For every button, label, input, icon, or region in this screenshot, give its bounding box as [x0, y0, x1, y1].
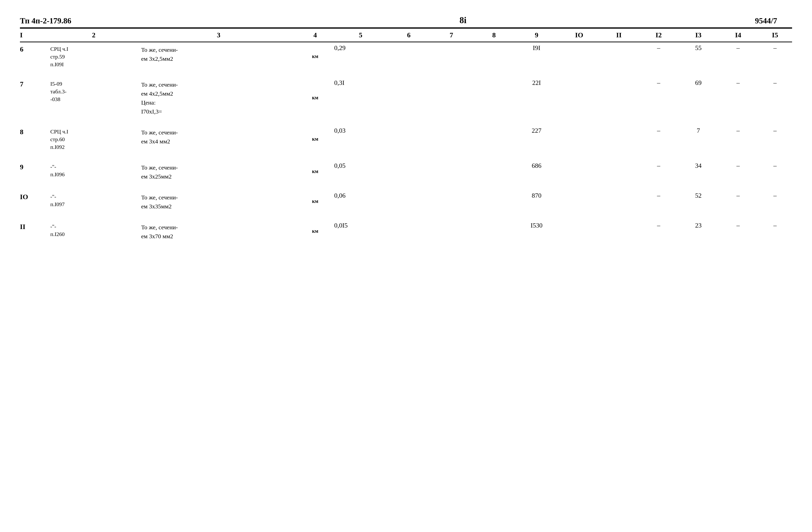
cell-row5-col3: То же, сечени- ем 3х35мм2 — [139, 190, 298, 214]
cell-row6-col9: I530 — [514, 220, 559, 244]
cell-row4-col8 — [474, 160, 514, 184]
cell-row2-col7 — [429, 77, 474, 119]
col-header-9: 9 — [514, 28, 559, 42]
cell-row1-col7 — [429, 42, 474, 72]
cell-row2-col12: – — [639, 77, 679, 119]
cell-row3-col2: СРЦ ч.I стр.60 п.I092 — [48, 125, 139, 154]
col-header-5: 5 — [332, 28, 389, 42]
cell-row6-col4: км — [298, 220, 332, 244]
cell-row2-col5: 0,3I — [332, 77, 389, 119]
cell-row6-col13: 23 — [679, 220, 718, 244]
cell-row6-col11 — [599, 220, 639, 244]
col-header-3: 3 — [139, 28, 298, 42]
cell-row2-col2: I5-09 табл.3- -038 — [48, 77, 139, 119]
main-table: I 2 3 4 5 6 7 8 9 IO II I2 I3 I4 I5 6СРЦ… — [20, 28, 792, 244]
cell-row3-col14: – — [718, 125, 758, 154]
cell-row3-col11 — [599, 125, 639, 154]
cell-row4-col1: 9 — [20, 160, 48, 184]
cell-row6-col6 — [389, 220, 429, 244]
cell-row2-col8 — [474, 77, 514, 119]
cell-row6-col7 — [429, 220, 474, 244]
spacer-row — [20, 119, 792, 125]
sheet-number: 9544/7 — [755, 16, 777, 25]
cell-row5-col14: – — [718, 190, 758, 214]
table-row: 8СРЦ ч.I стр.60 п.I092То же, сечени- ем … — [20, 125, 792, 154]
cell-row3-col15: – — [758, 125, 792, 154]
cell-row4-col15: – — [758, 160, 792, 184]
cell-row4-col9: 686 — [514, 160, 559, 184]
cell-row4-col3: То же, сечени- ем 3х25мм2 — [139, 160, 298, 184]
header: Тп 4п-2-179.86 8i 9544/7 — [20, 15, 792, 25]
col-header-2: 2 — [48, 28, 139, 42]
col-header-8: 8 — [474, 28, 514, 42]
cell-row6-col8 — [474, 220, 514, 244]
table-row: 9-"- п.I096То же, сечени- ем 3х25мм2км0,… — [20, 160, 792, 184]
cell-row2-col3: То же, сечени- ем 4х2,5мм2 Цена: I70хI,3… — [139, 77, 298, 119]
cell-row3-col8 — [474, 125, 514, 154]
cell-row2-col14: – — [718, 77, 758, 119]
cell-row6-col5: 0,0I5 — [332, 220, 389, 244]
cell-row5-col2: -"- п.I097 — [48, 190, 139, 214]
column-headers: I 2 3 4 5 6 7 8 9 IO II I2 I3 I4 I5 — [20, 28, 792, 42]
cell-row5-col12: – — [639, 190, 679, 214]
cell-row1-col6 — [389, 42, 429, 72]
cell-row4-col7 — [429, 160, 474, 184]
cell-row1-col14: – — [718, 42, 758, 72]
cell-row3-col9: 227 — [514, 125, 559, 154]
cell-row1-col15: – — [758, 42, 792, 72]
cell-row6-col14: – — [718, 220, 758, 244]
cell-row6-col2: -"- п.I260 — [48, 220, 139, 244]
cell-row5-col1: IO — [20, 190, 48, 214]
cell-row3-col6 — [389, 125, 429, 154]
col-header-12: I2 — [639, 28, 679, 42]
spacer-row — [20, 214, 792, 220]
cell-row2-col13: 69 — [679, 77, 718, 119]
cell-row3-col7 — [429, 125, 474, 154]
spacer-row — [20, 71, 792, 77]
cell-row6-col10 — [559, 220, 599, 244]
cell-row2-col9: 22I — [514, 77, 559, 119]
cell-row3-col3: То же, сечени- ем 3х4 мм2 — [139, 125, 298, 154]
cell-row3-col5: 0,03 — [332, 125, 389, 154]
cell-row4-col5: 0,05 — [332, 160, 389, 184]
spacer-row — [20, 154, 792, 160]
cell-row4-col11 — [599, 160, 639, 184]
table-row: II-"- п.I260То же, сечени- ем 3х70 мм2км… — [20, 220, 792, 244]
cell-row4-col2: -"- п.I096 — [48, 160, 139, 184]
cell-row4-col10 — [559, 160, 599, 184]
cell-row5-col8 — [474, 190, 514, 214]
cell-row5-col4: км — [298, 190, 332, 214]
cell-row2-col10 — [559, 77, 599, 119]
cell-row1-col2: СРЦ ч.I стр.59 п.I09I — [48, 42, 139, 72]
cell-row4-col13: 34 — [679, 160, 718, 184]
cell-row2-col6 — [389, 77, 429, 119]
cell-row1-col4: км — [298, 42, 332, 72]
cell-row6-col1: II — [20, 220, 48, 244]
page-number: 8i — [460, 15, 466, 25]
cell-row1-col8 — [474, 42, 514, 72]
cell-row4-col12: – — [639, 160, 679, 184]
cell-row6-col15: – — [758, 220, 792, 244]
cell-row3-col1: 8 — [20, 125, 48, 154]
cell-row5-col11 — [599, 190, 639, 214]
col-header-11: II — [599, 28, 639, 42]
cell-row1-col10 — [559, 42, 599, 72]
col-header-7: 7 — [429, 28, 474, 42]
cell-row5-col6 — [389, 190, 429, 214]
col-header-1: I — [20, 28, 48, 42]
doc-number: Тп 4п-2-179.86 — [20, 16, 71, 25]
cell-row1-col12: – — [639, 42, 679, 72]
table-row: 7I5-09 табл.3- -038То же, сечени- ем 4х2… — [20, 77, 792, 119]
cell-row5-col9: 870 — [514, 190, 559, 214]
cell-row6-col3: То же, сечени- ем 3х70 мм2 — [139, 220, 298, 244]
cell-row1-col1: 6 — [20, 42, 48, 72]
cell-row1-col11 — [599, 42, 639, 72]
cell-row2-col15: – — [758, 77, 792, 119]
col-header-15: I5 — [758, 28, 792, 42]
cell-row1-col13: 55 — [679, 42, 718, 72]
cell-row3-col4: км — [298, 125, 332, 154]
cell-row4-col14: – — [718, 160, 758, 184]
cell-row3-col12: – — [639, 125, 679, 154]
col-header-13: I3 — [679, 28, 718, 42]
cell-row1-col9: I9I — [514, 42, 559, 72]
